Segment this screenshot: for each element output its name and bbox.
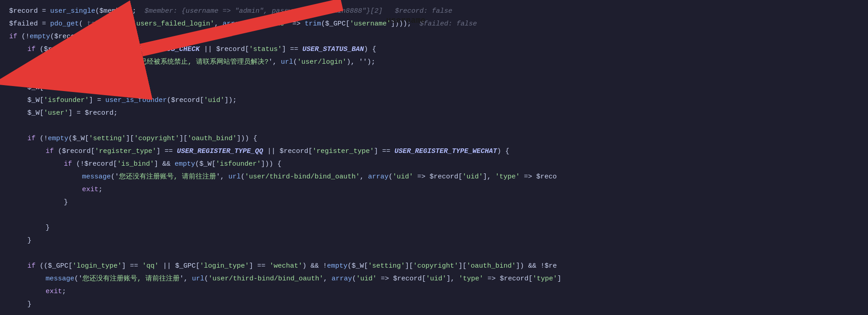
token: 'isfounder'	[216, 160, 261, 168]
token: (	[388, 173, 393, 181]
code-content: $record = user_single($member); $member:…	[0, 5, 868, 311]
code-line-18: }	[0, 222, 868, 235]
code-line-19: }	[0, 235, 868, 248]
token: (	[50, 33, 54, 41]
code-line-content: }	[0, 197, 68, 208]
token: url	[192, 275, 204, 283]
token: $record	[429, 173, 458, 181]
token: ] ==	[156, 147, 177, 155]
token: [	[245, 46, 249, 53]
token: $record	[9, 7, 38, 15]
token: }	[46, 224, 50, 232]
token: tablename:	[87, 20, 128, 28]
token: (	[68, 135, 72, 142]
token: [	[422, 275, 426, 283]
token: url	[228, 173, 241, 181]
code-line-content: $_W['user'] = $record;	[0, 108, 118, 119]
code-line-content: if (($_GPC['login_type'] == 'qq' || $_GP…	[0, 261, 557, 272]
token: ) {	[364, 46, 376, 53]
token: 'uid'	[426, 275, 446, 283]
token: ],	[446, 275, 459, 283]
token: (	[195, 160, 199, 168]
token: 'uid'	[356, 275, 377, 283]
token: 'type'	[459, 275, 483, 283]
code-line-9: $_W['user'] = $record;	[0, 107, 868, 120]
token: empty	[30, 33, 50, 41]
token: ',	[180, 275, 192, 283]
token: (	[54, 147, 62, 155]
token: (!	[17, 33, 30, 41]
token: 'user/third-bind/bind_oauth'	[245, 173, 360, 181]
code-line-20	[0, 248, 868, 260]
token: USER_STATUS_CHECK	[130, 46, 200, 53]
code-line-23: exit;	[0, 286, 868, 299]
token: 您还没有注册账号, 请前往注册	[83, 275, 180, 283]
token: ,	[360, 173, 368, 181]
token: ])));	[391, 20, 419, 28]
code-line-8: $_W['isfounder'] = user_is_founder($reco…	[0, 95, 868, 107]
token: [	[40, 97, 44, 104]
token: if	[64, 160, 72, 168]
token: $_W	[351, 262, 364, 270]
token: $member: {username => "admin", password …	[145, 7, 452, 15]
token: ] =	[89, 97, 105, 104]
token: ||	[200, 46, 216, 53]
token: ] ==	[282, 46, 302, 53]
token: [	[113, 160, 117, 168]
token: 'login_type'	[200, 262, 249, 270]
code-line-1: $record = user_single($member); $member:…	[0, 5, 868, 18]
code-line-content	[0, 248, 13, 259]
token: ||	[159, 262, 175, 270]
code-line-21: if (($_GPC['login_type'] == 'qq' || $_GP…	[0, 260, 868, 273]
token: ][	[458, 262, 466, 270]
token: array	[222, 20, 243, 28]
token: [	[200, 97, 204, 104]
token: (	[347, 262, 351, 270]
token: trim	[305, 20, 321, 28]
token: =>	[377, 275, 393, 283]
token: ] =	[64, 84, 81, 91]
token: 您还没有注册账号, 请前往注册	[119, 173, 216, 181]
token: $_W	[199, 160, 212, 168]
code-line-content: }	[0, 223, 50, 234]
token: }	[27, 71, 31, 79]
token: 'register_type'	[312, 147, 374, 155]
token: $_GPC	[175, 262, 196, 270]
token: ] ==	[122, 262, 142, 270]
token: $_W	[27, 97, 40, 104]
token: $_W	[27, 109, 40, 117]
token: 您的账号正在审核或已经被系统禁止, 请联系网站管理员解决?	[78, 58, 269, 66]
token: }	[27, 300, 31, 308]
code-line-content: }	[0, 70, 31, 81]
token: [	[68, 262, 72, 270]
token: ][	[126, 135, 134, 142]
token: 'username'	[247, 20, 288, 28]
token: USER_STATUS_BAN	[302, 46, 364, 53]
token: [	[212, 160, 216, 168]
token: if	[46, 147, 54, 155]
token: (	[321, 20, 325, 28]
token: user_is_founder	[105, 97, 167, 104]
code-line-content: }	[0, 299, 31, 310]
token: 'setting'	[368, 262, 405, 270]
token: 'login_type'	[72, 262, 122, 270]
token: [	[196, 262, 200, 270]
code-line-13: if (!$record['is_bind'] && empty($_W['is…	[0, 158, 868, 171]
token: 'is_bind'	[117, 160, 154, 168]
token: $record	[171, 97, 200, 104]
code-line-6: }	[0, 69, 868, 82]
token: [	[91, 147, 95, 155]
token: }	[64, 198, 68, 206]
token: $record	[62, 147, 91, 155]
token: 'users_failed_login'	[132, 20, 214, 28]
token: ],	[483, 173, 495, 181]
code-line-content: $record = user_single($member); $member:…	[0, 6, 452, 17]
token: ), '');	[346, 58, 375, 66]
token: empty	[327, 262, 347, 270]
code-line-content: exit;	[0, 184, 103, 195]
code-line-7: $_W['uid'] = $record['uid'];	[0, 82, 868, 95]
token: $_GPC	[325, 20, 346, 28]
token: (!	[72, 160, 84, 168]
token: 'type'	[495, 173, 520, 181]
token: ;	[62, 288, 66, 295]
